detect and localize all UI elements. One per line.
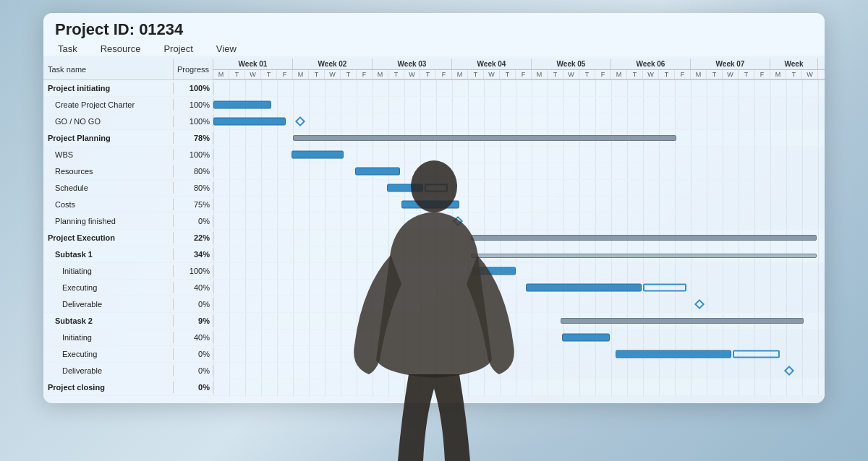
diamond-milestone — [295, 116, 305, 126]
progress-cell: 22% — [174, 232, 213, 244]
day-label: M — [213, 70, 229, 79]
week-label: Week 01 — [213, 59, 293, 69]
day-label: W — [802, 70, 818, 79]
day-label: W — [404, 70, 420, 79]
day-label: T — [548, 70, 563, 79]
week-label: Week 06 — [611, 59, 691, 69]
task-name-cell: Subtask 2 — [43, 315, 174, 327]
task-name-cell: Project initiating — [43, 82, 174, 94]
progress-cell: 40% — [174, 282, 213, 293]
week-label: Week 05 — [532, 59, 611, 69]
progress-cell: 100% — [174, 82, 213, 94]
day-label: M — [691, 70, 707, 79]
day-label: W — [484, 70, 500, 79]
task-name-cell: Costs — [43, 199, 174, 210]
day-label: T — [388, 70, 404, 79]
task-name-cell: Project Planning — [43, 132, 174, 144]
week-label: Week 03 — [373, 59, 452, 69]
gantt-bar-blue — [213, 118, 286, 126]
progress-cell: 0% — [174, 365, 213, 376]
menu-task[interactable]: Task — [55, 42, 80, 56]
day-label: T — [786, 70, 802, 79]
gantt-bar-gray — [561, 318, 804, 324]
table-row: Create Project Charter100% — [43, 97, 825, 113]
day-label: W — [643, 70, 659, 79]
chart-cell — [213, 97, 825, 113]
task-name-cell: Subtask 1 — [43, 249, 174, 260]
progress-cell: 0% — [174, 215, 213, 227]
person-silhouette — [340, 143, 528, 461]
progress-cell: 0% — [174, 348, 213, 360]
day-label: W — [723, 70, 739, 79]
week-label: Week 02 — [293, 59, 373, 69]
progress-cell: 80% — [174, 182, 213, 194]
task-name-cell: Deliverable — [43, 365, 174, 376]
chart-cell — [213, 80, 825, 96]
gantt-bar-gray — [293, 135, 676, 141]
day-label: W — [325, 70, 341, 79]
progress-cell: 0% — [174, 298, 213, 310]
progress-cell: 100% — [174, 99, 213, 111]
column-headers: Task name Progress Week 01Week 02Week 03… — [43, 59, 825, 80]
menu-project[interactable]: Project — [161, 42, 195, 56]
day-label: F — [595, 70, 611, 79]
progress-cell: 40% — [174, 332, 213, 343]
progress-col-header: Progress — [174, 59, 213, 79]
gantt-bar-blue — [616, 350, 731, 358]
week-label: Week 04 — [452, 59, 532, 69]
task-col-header: Task name — [43, 59, 174, 79]
day-label: T — [627, 70, 643, 79]
task-name-cell: WBS — [43, 149, 174, 160]
progress-cell: 80% — [174, 165, 213, 177]
day-label: T — [659, 70, 675, 79]
table-row: GO / NO GO100% — [43, 113, 825, 130]
weeks-header: Week 01Week 02Week 03Week 04Week 05Week … — [213, 59, 825, 79]
day-label: T — [261, 70, 277, 79]
diamond-milestone — [694, 299, 705, 309]
gantt-header: Project ID: 01234 Task Resource Project … — [43, 13, 825, 56]
task-name-cell: Initiating — [43, 332, 174, 343]
day-labels-row: MTWTFMTWTFMTWTFMTWTFMTWTFMTWTFMTWTFMTW — [213, 70, 825, 79]
gantt-bar-blue — [213, 101, 271, 109]
progress-cell: 75% — [174, 199, 213, 210]
task-name-cell: Project closing — [43, 382, 174, 393]
gantt-bar-blue — [292, 151, 344, 159]
day-label: M — [532, 70, 548, 79]
day-label: F — [277, 70, 293, 79]
svg-point-0 — [411, 160, 457, 212]
day-label: T — [309, 70, 325, 79]
task-name-cell: Create Project Charter — [43, 99, 174, 111]
day-label: T — [341, 70, 357, 79]
task-name-cell: GO / NO GO — [43, 116, 174, 127]
menu-bar: Task Resource Project View — [55, 42, 813, 56]
project-id: Project ID: 01234 — [55, 20, 813, 39]
day-label: F — [357, 70, 373, 79]
task-name-cell: Resources — [43, 165, 174, 177]
gantt-bar-blue — [526, 284, 642, 292]
week-label: Week — [770, 59, 818, 69]
progress-cell: 100% — [174, 116, 213, 127]
menu-view[interactable]: View — [213, 42, 239, 56]
day-label: T — [468, 70, 484, 79]
week-labels-row: Week 01Week 02Week 03Week 04Week 05Week … — [213, 59, 825, 70]
day-label: T — [579, 70, 595, 79]
progress-cell: 100% — [174, 265, 213, 277]
task-name-cell: Project Execution — [43, 232, 174, 244]
day-label: M — [611, 70, 627, 79]
progress-cell: 9% — [174, 315, 213, 327]
day-label: W — [563, 70, 579, 79]
menu-resource[interactable]: Resource — [98, 42, 144, 56]
progress-cell: 0% — [174, 382, 213, 393]
chart-cell — [213, 113, 825, 129]
day-label: M — [770, 70, 786, 79]
day-label: T — [229, 70, 245, 79]
day-label: F — [675, 70, 691, 79]
gantt-bar-outline — [733, 350, 780, 358]
progress-cell: 34% — [174, 249, 213, 260]
day-label: F — [436, 70, 452, 79]
day-label: M — [373, 70, 388, 79]
table-row: Project initiating100% — [43, 80, 825, 97]
task-name-cell: Initiating — [43, 265, 174, 277]
gantt-bar-outline — [643, 284, 686, 292]
day-label: T — [739, 70, 754, 79]
